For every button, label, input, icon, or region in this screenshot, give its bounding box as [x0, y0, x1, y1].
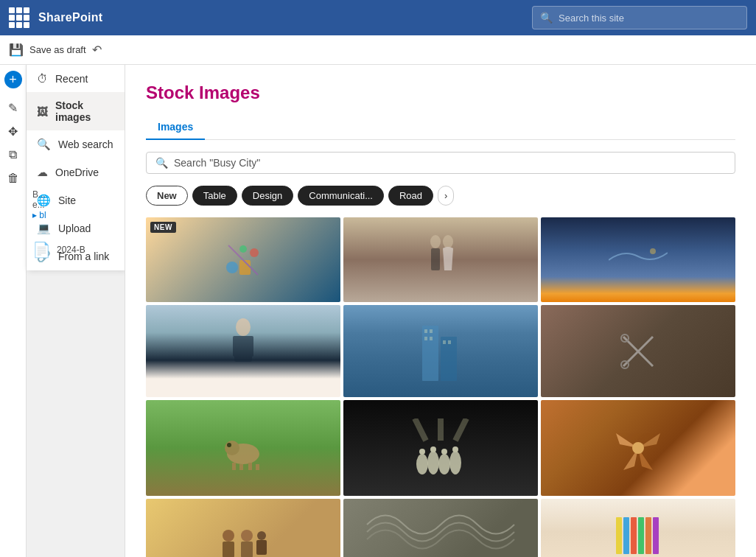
onedrive-icon: ☁ [37, 166, 48, 179]
chip-communication[interactable]: Communicati... [298, 186, 384, 206]
svg-point-1 [250, 248, 259, 257]
svg-point-5 [430, 235, 441, 248]
app-title: SharePoint [38, 11, 102, 24]
svg-rect-11 [233, 336, 239, 357]
undo-button[interactable]: ↶ [92, 43, 102, 57]
image-cell-7[interactable] [146, 400, 340, 496]
draft-bar: 💾 Save as draft ↶ [0, 35, 756, 65]
delete-icon[interactable]: 🗑 [3, 168, 24, 189]
svg-point-7 [443, 235, 453, 248]
chip-table[interactable]: Table [192, 186, 237, 206]
left-panel: + ✎ ✥ ⧉ 🗑 School Name or ⏱ Recent 🖼 [0, 65, 125, 557]
add-button[interactable]: + [4, 71, 22, 88]
image-cell-12[interactable] [541, 499, 735, 557]
svg-rect-55 [653, 517, 659, 554]
svg-rect-13 [422, 326, 438, 381]
sidebar-item-web-search[interactable]: 🔍 Web search [27, 130, 125, 158]
edit-icon[interactable]: ✎ [3, 97, 24, 118]
svg-rect-19 [443, 340, 446, 344]
svg-rect-49 [256, 540, 267, 555]
search-placeholder-text: Search this site [559, 13, 624, 24]
sidebar-menu: ⏱ Recent 🖼 Stock images 🔍 Web search ☁ O… [27, 65, 125, 270]
sidebar-item-stock-images-label: Stock images [55, 99, 114, 123]
svg-rect-15 [424, 329, 427, 333]
sidebar-item-recent[interactable]: ⏱ Recent [27, 65, 125, 92]
svg-point-31 [227, 443, 231, 447]
svg-line-40 [415, 418, 426, 441]
svg-point-8 [650, 248, 656, 254]
search-icon: 🔍 [540, 12, 553, 24]
svg-rect-30 [256, 464, 259, 470]
svg-point-43 [632, 442, 644, 454]
svg-point-46 [241, 530, 253, 542]
svg-point-34 [438, 454, 450, 474]
svg-point-26 [225, 441, 239, 455]
svg-rect-29 [248, 463, 252, 470]
image-search-bar[interactable]: 🔍 Search "Busy City" [146, 152, 735, 174]
svg-point-32 [416, 454, 428, 474]
save-draft-icon: 💾 [9, 43, 24, 57]
svg-rect-50 [616, 517, 622, 554]
move-icon[interactable]: ✥ [3, 121, 24, 141]
bottom-content: B...e... ▸ bl [27, 183, 52, 226]
image-cell-6[interactable] [541, 305, 735, 397]
svg-rect-28 [239, 464, 243, 470]
chip-design[interactable]: Design [242, 186, 293, 206]
image-cell-1[interactable]: NEW [146, 217, 340, 302]
site-search[interactable]: 🔍 Search this site [532, 6, 747, 29]
svg-rect-6 [431, 248, 440, 270]
waffle-menu-button[interactable] [9, 7, 29, 28]
image-grid: NEW [146, 217, 735, 557]
svg-rect-17 [424, 337, 427, 340]
svg-rect-51 [623, 517, 629, 554]
file-item[interactable]: 📄 2024-B [27, 237, 91, 263]
tab-images[interactable]: Images [146, 115, 205, 140]
search-bar-text: Search "Busy City" [174, 157, 260, 169]
tabs-bar: Images [146, 115, 735, 140]
svg-rect-47 [241, 542, 253, 557]
chip-more[interactable]: › [438, 186, 454, 206]
svg-rect-16 [430, 329, 433, 333]
sidebar-item-web-search-label: Web search [58, 139, 113, 150]
svg-point-33 [427, 451, 439, 474]
svg-point-35 [449, 451, 461, 474]
image-cell-8[interactable] [343, 400, 538, 496]
svg-point-3 [239, 245, 247, 253]
copy-icon[interactable]: ⧉ [3, 144, 24, 165]
image-cell-2[interactable] [343, 217, 538, 302]
svg-point-36 [419, 449, 425, 455]
image-cell-9[interactable] [541, 400, 735, 496]
recent-icon: ⏱ [37, 72, 48, 85]
image-cell-3[interactable] [541, 217, 735, 302]
svg-rect-27 [232, 463, 236, 470]
image-cell-5[interactable] [343, 305, 538, 397]
save-draft-label[interactable]: Save as draft [29, 44, 86, 55]
svg-rect-20 [448, 340, 451, 344]
svg-point-44 [223, 530, 234, 542]
svg-rect-45 [223, 542, 234, 557]
filter-chips: New Table Design Communicati... Road › [146, 186, 735, 206]
sidebar-item-site-label: Site [58, 195, 76, 206]
image-cell-4[interactable] [146, 305, 340, 397]
svg-rect-12 [248, 336, 253, 357]
svg-rect-52 [631, 517, 637, 554]
image-cell-10[interactable] [146, 499, 340, 557]
sidebar-item-onedrive[interactable]: ☁ OneDrive [27, 158, 125, 186]
svg-rect-53 [638, 517, 644, 554]
svg-rect-54 [645, 517, 651, 554]
topbar: SharePoint 🔍 Search this site [0, 0, 756, 35]
search-bar-icon: 🔍 [155, 157, 168, 169]
image-cell-11[interactable] [343, 499, 538, 557]
svg-point-38 [441, 449, 447, 455]
stock-images-title: Stock Images [146, 83, 735, 103]
chip-new[interactable]: New [146, 186, 188, 206]
stock-images-icon: 🖼 [37, 105, 48, 118]
sidebar-item-stock-images[interactable]: 🖼 Stock images [27, 92, 125, 130]
svg-line-42 [455, 418, 466, 441]
svg-point-39 [452, 446, 458, 452]
svg-rect-18 [430, 337, 433, 340]
svg-point-48 [257, 531, 266, 540]
new-badge: NEW [150, 222, 176, 233]
sidebar-item-onedrive-label: OneDrive [55, 167, 99, 178]
chip-road[interactable]: Road [388, 186, 433, 206]
